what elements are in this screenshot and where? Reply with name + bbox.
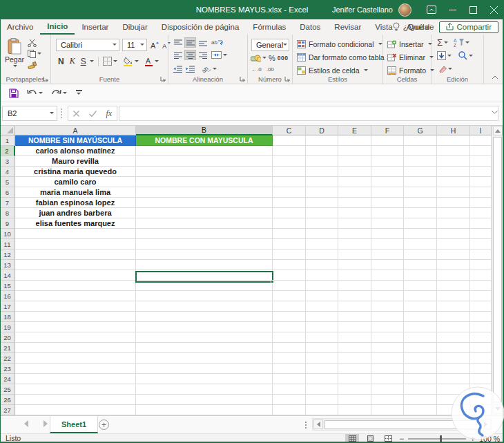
cell-B11[interactable] — [136, 239, 273, 249]
cell-A23[interactable] — [15, 364, 136, 374]
cell-H13[interactable] — [437, 260, 470, 270]
cell-E3[interactable] — [338, 156, 371, 167]
cell-F3[interactable] — [371, 156, 404, 167]
vertical-scrollbar[interactable] — [492, 126, 503, 415]
cell-F25[interactable] — [371, 384, 404, 395]
cell-I6[interactable] — [470, 187, 492, 198]
cell-C14[interactable] — [273, 270, 306, 281]
cell-I20[interactable] — [470, 332, 492, 343]
column-header-A[interactable]: A — [15, 126, 136, 135]
cell-A21[interactable] — [15, 343, 136, 353]
tab-datos[interactable]: Datos — [293, 19, 327, 35]
cell-D11[interactable] — [306, 239, 338, 249]
row-header-26[interactable]: 26 — [0, 395, 15, 405]
cell-E18[interactable] — [338, 312, 371, 322]
undo-button[interactable] — [24, 86, 46, 101]
cell-I5[interactable] — [470, 177, 492, 187]
cell-F5[interactable] — [371, 177, 404, 187]
cell-I15[interactable] — [470, 281, 492, 291]
formula-input[interactable] — [119, 106, 498, 121]
cell-G21[interactable] — [404, 343, 437, 353]
cell-G20[interactable] — [404, 332, 437, 343]
row-header-13[interactable]: 13 — [0, 260, 15, 270]
cell-B24[interactable] — [136, 374, 273, 384]
cell-B13[interactable] — [136, 260, 273, 270]
cell-B5[interactable] — [136, 177, 273, 187]
ribbon-display-options-button[interactable] — [421, 0, 442, 19]
cell-E22[interactable] — [338, 353, 371, 364]
cell-F23[interactable] — [371, 364, 404, 374]
cell-I13[interactable] — [470, 260, 492, 270]
sheet-tab-sheet1[interactable]: Sheet1 — [50, 416, 98, 433]
cell-H10[interactable] — [437, 229, 470, 239]
cancel-icon[interactable] — [73, 111, 79, 117]
row-header-17[interactable]: 17 — [0, 301, 15, 312]
cell-B12[interactable] — [136, 249, 273, 260]
cell-D13[interactable] — [306, 260, 338, 270]
cell-G10[interactable] — [404, 229, 437, 239]
cell-F26[interactable] — [371, 395, 404, 405]
comma-style-button[interactable]: 000 — [278, 55, 289, 62]
cell-F10[interactable] — [371, 229, 404, 239]
bold-button[interactable]: N — [56, 57, 66, 66]
cell-F6[interactable] — [371, 187, 404, 198]
cell-A6[interactable]: maria manuela lima — [15, 187, 136, 198]
align-right-button[interactable] — [197, 50, 209, 60]
cell-D23[interactable] — [306, 364, 338, 374]
cell-A17[interactable] — [15, 301, 136, 312]
cell-D14[interactable] — [306, 270, 338, 281]
cell-F15[interactable] — [371, 281, 404, 291]
cell-G24[interactable] — [404, 374, 437, 384]
new-sheet-button[interactable]: + — [99, 420, 109, 430]
cell-B25[interactable] — [136, 384, 273, 395]
page-layout-view-button[interactable] — [363, 434, 377, 443]
row-header-4[interactable]: 4 — [0, 167, 15, 177]
cell-F8[interactable] — [371, 208, 404, 218]
cell-H6[interactable] — [437, 187, 470, 198]
cell-E15[interactable] — [338, 281, 371, 291]
row-header-9[interactable]: 9 — [0, 218, 15, 229]
cell-C1[interactable] — [273, 135, 306, 146]
cell-H2[interactable] — [437, 146, 470, 156]
cell-A13[interactable] — [15, 260, 136, 270]
cell-G13[interactable] — [404, 260, 437, 270]
enter-icon[interactable] — [89, 111, 97, 117]
cell-F22[interactable] — [371, 353, 404, 364]
row-header-19[interactable]: 19 — [0, 322, 15, 332]
cell-B18[interactable] — [136, 312, 273, 322]
cell-A10[interactable] — [15, 229, 136, 239]
cell-E6[interactable] — [338, 187, 371, 198]
cell-D6[interactable] — [306, 187, 338, 198]
zoom-slider-thumb[interactable] — [440, 435, 442, 442]
fill-handle[interactable] — [271, 280, 274, 283]
cell-H4[interactable] — [437, 167, 470, 177]
cell-G22[interactable] — [404, 353, 437, 364]
cell-D12[interactable] — [306, 249, 338, 260]
cell-F2[interactable] — [371, 146, 404, 156]
cell-G6[interactable] — [404, 187, 437, 198]
cell-A11[interactable] — [15, 239, 136, 249]
cell-H9[interactable] — [437, 218, 470, 229]
cell-E23[interactable] — [338, 364, 371, 374]
close-button[interactable] — [483, 0, 504, 19]
cell-D5[interactable] — [306, 177, 338, 187]
cell-B7[interactable] — [136, 198, 273, 208]
cell-G9[interactable] — [404, 218, 437, 229]
cell-A22[interactable] — [15, 353, 136, 364]
orientation-button[interactable]: ab — [202, 64, 217, 73]
tell-me-box[interactable]: ¿Qué de — [393, 22, 434, 32]
cell-E2[interactable] — [338, 146, 371, 156]
cell-E4[interactable] — [338, 167, 371, 177]
cell-B6[interactable] — [136, 187, 273, 198]
cell-E24[interactable] — [338, 374, 371, 384]
cell-E19[interactable] — [338, 322, 371, 332]
cell-H17[interactable] — [437, 301, 470, 312]
cell-G18[interactable] — [404, 312, 437, 322]
font-color-button[interactable]: A — [144, 57, 159, 66]
cell-A4[interactable]: cristina maria quevedo — [15, 167, 136, 177]
tab-dibujar[interactable]: Dibujar — [115, 19, 154, 35]
scroll-up-button[interactable] — [493, 126, 503, 135]
row-header-15[interactable]: 15 — [0, 281, 15, 291]
cell-C3[interactable] — [273, 156, 306, 167]
cell-H22[interactable] — [437, 353, 470, 364]
